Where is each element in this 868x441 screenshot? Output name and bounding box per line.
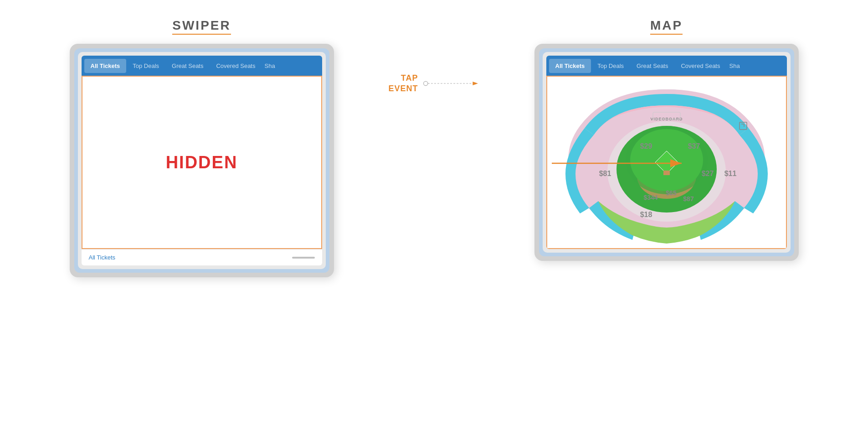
page-container: SWIPER All Tickets Top Deals Great Seats…: [0, 0, 868, 441]
svg-text:$29: $29: [640, 142, 652, 150]
hidden-label: HIDDEN: [166, 153, 238, 172]
swiper-tab-top-deals[interactable]: Top Deals: [126, 59, 165, 73]
svg-text:$18: $18: [640, 211, 652, 218]
svg-text:$37: $37: [688, 142, 700, 150]
map-device-inner: All Tickets Top Deals Great Seats Covere…: [546, 56, 787, 249]
swiper-tab-great-seats[interactable]: Great Seats: [165, 59, 210, 73]
swiper-device-frame: All Tickets Top Deals Great Seats Covere…: [70, 44, 334, 277]
map-content-area[interactable]: VIDEOBOARD $29: [546, 76, 787, 249]
map-tab-great-seats[interactable]: Great Seats: [630, 59, 674, 73]
swiper-content-area: HIDDEN: [82, 76, 322, 249]
map-tab-covered-seats[interactable]: Covered Seats: [674, 59, 726, 73]
map-nav-bar: All Tickets Top Deals Great Seats Covere…: [546, 56, 787, 76]
stadium-svg: VIDEOBOARD $29: [562, 80, 771, 244]
tap-event-connector: TAPEVENT: [389, 73, 480, 94]
tap-event-label: TAPEVENT: [389, 73, 418, 94]
svg-text:$27: $27: [701, 170, 714, 177]
swiper-section: SWIPER All Tickets Top Deals Great Seats…: [70, 18, 334, 277]
stadium-container: VIDEOBOARD $29: [547, 77, 786, 248]
map-tab-all-tickets[interactable]: All Tickets: [549, 59, 591, 73]
swiper-tab-all-tickets[interactable]: All Tickets: [84, 59, 127, 73]
svg-text:$344: $344: [643, 194, 657, 201]
map-tab-top-deals[interactable]: Top Deals: [591, 59, 630, 73]
map-title: MAP: [650, 18, 683, 35]
swiper-tab-share-partial: Sha: [262, 59, 277, 73]
svg-text:$81: $81: [599, 170, 611, 177]
swiper-title: SWIPER: [172, 18, 231, 35]
swiper-device-inner: All Tickets Top Deals Great Seats Covere…: [82, 56, 322, 265]
map-tab-share-partial: Sha: [726, 59, 742, 73]
tap-arrow-line: [423, 79, 480, 88]
svg-point-0: [423, 82, 427, 86]
swiper-nav-bar: All Tickets Top Deals Great Seats Covere…: [82, 56, 322, 76]
svg-text:$65: $65: [666, 189, 677, 197]
svg-text:$11: $11: [724, 170, 736, 177]
swiper-bottom-bar: All Tickets: [82, 249, 322, 265]
map-device-frame: All Tickets Top Deals Great Seats Covere…: [534, 44, 799, 261]
svg-rect-13: [663, 171, 670, 175]
swiper-scroll-indicator: [292, 257, 315, 259]
svg-marker-2: [473, 82, 478, 85]
swiper-tab-covered-seats[interactable]: Covered Seats: [210, 59, 262, 73]
map-section: MAP All Tickets Top Deals Great Seats Co…: [534, 18, 799, 261]
swiper-bottom-label: All Tickets: [89, 254, 116, 261]
svg-text:$87: $87: [683, 195, 694, 202]
